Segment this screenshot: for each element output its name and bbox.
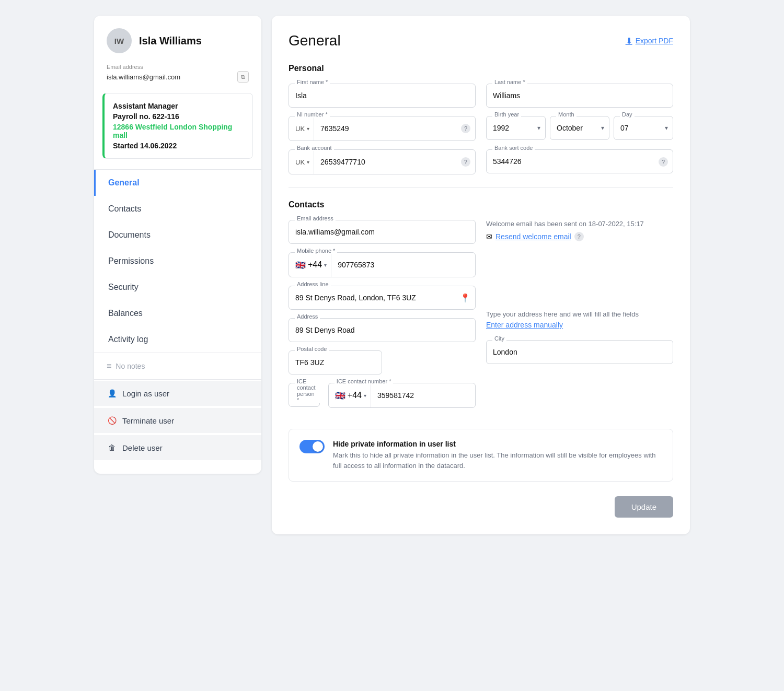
- resend-help-icon[interactable]: ?: [574, 232, 584, 241]
- page-title: General: [289, 32, 341, 49]
- bank-sort-input[interactable]: [486, 149, 673, 173]
- terminate-user-button[interactable]: 🚫 Terminate user: [94, 408, 261, 433]
- hide-private-toggle[interactable]: [299, 440, 325, 453]
- enter-address-manually-link[interactable]: Enter address manually: [486, 321, 563, 329]
- login-as-user-button[interactable]: 👤 Login as user: [94, 381, 261, 406]
- main-content: General ⬇ Export PDF Personal First name…: [272, 16, 690, 534]
- city-label: City: [492, 335, 506, 342]
- address-line-input[interactable]: [289, 286, 476, 310]
- sidebar-profile: IW Isla Williams: [94, 28, 261, 64]
- bank-prefix-text: UK: [295, 158, 305, 166]
- address-input[interactable]: [289, 318, 476, 342]
- export-pdf-button[interactable]: ⬇ Export PDF: [626, 36, 673, 46]
- postal-input[interactable]: [289, 350, 382, 374]
- last-name-label: Last name *: [492, 79, 527, 85]
- notes-icon: ≡: [107, 361, 111, 371]
- ice-person-group: ICE contact person *: [289, 383, 320, 408]
- sidebar-email-row: isla.williams@gmail.com ⧉: [107, 71, 249, 83]
- mobile-input[interactable]: [331, 253, 475, 277]
- sidebar-item-balances[interactable]: Balances: [94, 300, 261, 326]
- bank-sort-help-icon[interactable]: ?: [659, 157, 668, 167]
- ice-number-label: ICE contact number *: [335, 378, 394, 384]
- email-group: Email address: [289, 220, 476, 244]
- email-icon: ✉: [486, 232, 492, 241]
- hide-private-desc: Mark this to hide all private informatio…: [333, 450, 662, 471]
- sidebar-divider-3: [94, 379, 261, 380]
- bank-account-wrapper: UK ▾: [289, 149, 476, 174]
- section-divider: [289, 187, 673, 188]
- sidebar-item-permissions[interactable]: Permissions: [94, 248, 261, 274]
- city-group: City: [486, 340, 673, 364]
- sidebar-user-name: Isla Williams: [139, 35, 202, 47]
- contacts-section-title: Contacts: [289, 200, 673, 209]
- resend-row: ✉ Resend welcome email ?: [486, 232, 673, 241]
- hide-private-text: Hide private information in user list Ma…: [333, 440, 662, 471]
- sidebar-email-value: isla.williams@gmail.com: [107, 73, 180, 81]
- first-name-group: First name *: [289, 84, 476, 108]
- terminate-icon: 🚫: [107, 415, 117, 426]
- mobile-chevron-icon: ▾: [324, 262, 327, 268]
- bank-account-input[interactable]: [314, 150, 475, 174]
- bank-sort-group: Bank sort code ?: [486, 149, 673, 174]
- first-name-label: First name *: [295, 79, 330, 85]
- sidebar-notes-label: No notes: [116, 362, 145, 370]
- hide-private-title: Hide private information in user list: [333, 440, 662, 448]
- location-pin-icon: 📍: [460, 293, 470, 303]
- sidebar-started: Started 14.06.2022: [113, 142, 244, 150]
- delete-user-button[interactable]: 🗑 Delete user: [94, 435, 261, 460]
- hide-private-section: Hide private information in user list Ma…: [289, 429, 673, 482]
- sidebar-info-card: Assistant Manager Payroll no. 622-116 12…: [102, 93, 253, 159]
- first-name-input[interactable]: [289, 84, 476, 108]
- bank-chevron-icon: ▾: [307, 159, 309, 165]
- sidebar-email-label: Email address: [107, 64, 249, 70]
- sidebar-item-contacts[interactable]: Contacts: [94, 196, 261, 222]
- bank-prefix: UK ▾: [289, 150, 314, 174]
- mobile-group: Mobile phone * 🇬🇧 +44 ▾: [289, 252, 476, 277]
- toggle-slider: [299, 440, 325, 453]
- birth-day-select[interactable]: 07: [614, 116, 673, 140]
- export-label: Export PDF: [636, 37, 673, 45]
- delete-icon: 🗑: [107, 442, 117, 453]
- app-container: IW Isla Williams Email address isla.will…: [94, 16, 690, 534]
- bank-help-icon[interactable]: ?: [461, 157, 470, 167]
- welcome-email-sent-text: Welcome email has been sent on 18-07-202…: [486, 220, 673, 228]
- avatar: IW: [107, 28, 132, 53]
- ni-help-icon[interactable]: ?: [461, 124, 470, 133]
- sidebar: IW Isla Williams Email address isla.will…: [94, 16, 261, 474]
- bank-row: Bank account UK ▾ ? Bank sort code ?: [289, 149, 673, 174]
- ni-input-wrapper: UK ▾: [289, 116, 476, 141]
- update-row: Update: [289, 496, 673, 518]
- ice-flag: 🇬🇧: [335, 391, 345, 401]
- birth-month-label: Month: [556, 111, 577, 118]
- sidebar-item-activity-log[interactable]: Activity log: [94, 326, 261, 353]
- sidebar-item-general[interactable]: General: [94, 170, 261, 196]
- birth-day-label: Day: [620, 111, 635, 118]
- birth-month-group: Month October ▾: [550, 116, 609, 140]
- birth-year-select[interactable]: 1992: [486, 116, 546, 140]
- address-hint-text: Type your address here and we will fill …: [486, 310, 673, 318]
- ice-row: ICE contact person * ICE contact number …: [289, 383, 476, 408]
- ice-number-input[interactable]: [371, 383, 475, 407]
- welcome-email-section: Welcome email has been sent on 18-07-202…: [486, 220, 673, 241]
- name-row: First name * Last name *: [289, 84, 673, 108]
- address-hint-section: Type your address here and we will fill …: [486, 310, 673, 330]
- last-name-input[interactable]: [486, 84, 673, 108]
- sidebar-item-security[interactable]: Security: [94, 274, 261, 300]
- email-input[interactable]: [289, 220, 476, 244]
- birth-group: Birth year 1992 ▾ Month October ▾: [486, 116, 673, 141]
- birth-month-select[interactable]: October: [550, 116, 609, 140]
- sidebar-payroll: Payroll no. 622-116: [113, 112, 244, 121]
- export-icon: ⬇: [626, 36, 632, 46]
- sidebar-item-documents[interactable]: Documents: [94, 222, 261, 248]
- ni-chevron-icon: ▾: [307, 126, 309, 132]
- bank-account-group: Bank account UK ▾ ?: [289, 149, 476, 174]
- ni-number-input[interactable]: [314, 116, 475, 140]
- update-button[interactable]: Update: [615, 496, 673, 518]
- copy-icon[interactable]: ⧉: [237, 71, 249, 83]
- address-line-label: Address line: [295, 281, 331, 287]
- sidebar-location: 12866 Westfield London Shopping mall: [113, 123, 244, 139]
- resend-welcome-email-link[interactable]: Resend welcome email: [495, 232, 571, 241]
- birth-day-group: Day 07 ▾: [614, 116, 673, 140]
- delete-label: Delete user: [122, 443, 163, 452]
- city-input[interactable]: [486, 340, 673, 364]
